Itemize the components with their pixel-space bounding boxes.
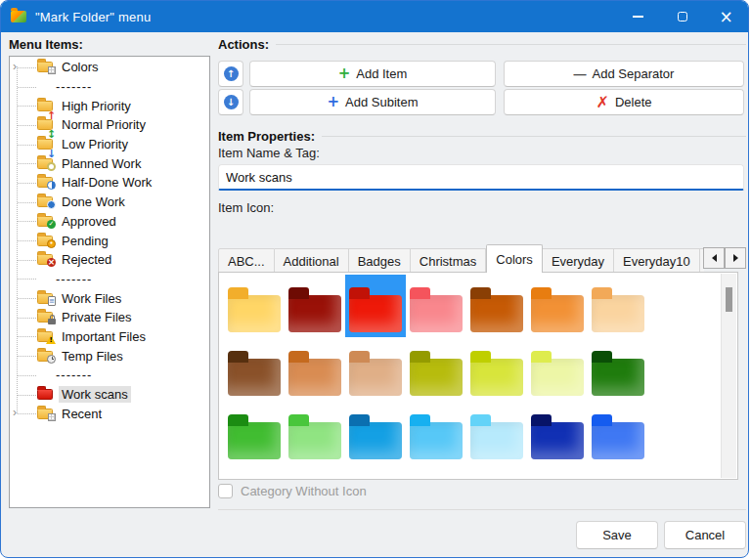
tree-item-normal-priority[interactable]: Normal Priority [10, 115, 209, 135]
tree-item-label: Low Priority [59, 136, 131, 152]
folder-swatch-cell-r2c5[interactable] [466, 338, 527, 401]
tree-item-label: Recent [59, 406, 105, 422]
tab-everyday[interactable]: Everyday [543, 248, 614, 273]
tree-item-half-done-work[interactable]: Half-Done Work [10, 173, 209, 193]
pending-amber-badge-icon [47, 239, 56, 248]
folder-swatch-cell-r1c3[interactable] [345, 275, 406, 337]
cancel-button[interactable]: Cancel [664, 521, 746, 549]
tree-item-colors[interactable]: ›Colors [10, 58, 209, 77]
tree-item-work-files[interactable]: Work Files [10, 288, 209, 308]
tab-colors[interactable]: Colors [486, 244, 543, 273]
tree-item-pending[interactable]: Pending [10, 231, 209, 250]
folder-swatch-cell-r1c6[interactable] [527, 275, 588, 337]
add-item-label: Add Item [356, 66, 407, 81]
folder-swatch-cell-r2c6[interactable] [527, 338, 588, 401]
add-item-button[interactable]: +Add Item [249, 61, 496, 87]
close-icon: × [719, 9, 732, 25]
tree-item-label: Temp Files [59, 348, 126, 365]
folder-icon [37, 62, 53, 72]
folder-swatch-icon [470, 295, 523, 332]
folder-swatch-cell-r3c6[interactable] [527, 402, 588, 464]
folder-swatch-icon [288, 422, 341, 459]
chevron-right-icon[interactable]: › [13, 61, 17, 72]
folder-swatch-cell-r1c2[interactable] [285, 275, 345, 337]
tree-item-private-files[interactable]: Private Files [10, 308, 209, 327]
x-red-icon: ✗ [596, 96, 609, 109]
folder-swatch-cell-r3c3[interactable] [345, 402, 406, 464]
tree-item-important-files[interactable]: Important Files [10, 327, 209, 347]
tab-everyday10[interactable]: Everyday10 [614, 248, 700, 273]
arrow-up-circle-icon [224, 66, 239, 81]
maximize-button[interactable] [660, 1, 704, 32]
folder-swatch-cell-r3c1[interactable] [224, 402, 285, 464]
move-down-button[interactable] [218, 89, 243, 115]
folder-swatch-icon [410, 422, 463, 459]
tree-item-separator[interactable]: ------- [10, 366, 209, 385]
minimize-button[interactable] [616, 1, 660, 32]
delete-button[interactable]: ✗Delete [504, 89, 744, 115]
folder-swatch-icon [531, 295, 584, 332]
tree-item-high-priority[interactable]: High Priority [10, 96, 209, 115]
tab-scroll-left-button[interactable] [703, 247, 725, 269]
save-button[interactable]: Save [576, 521, 658, 549]
tab-additional[interactable]: Additional [275, 248, 349, 273]
tree-item-low-priority[interactable]: Low Priority [10, 135, 209, 154]
menu-items-tree[interactable]: ›Colors-------High PriorityNormal Priori… [9, 56, 210, 508]
circle-half-badge-icon [47, 181, 56, 190]
tree-item-recent[interactable]: ›Recent [10, 404, 209, 423]
folder-swatch-icon [349, 359, 402, 396]
folder-icon [37, 196, 53, 207]
item-name-input[interactable] [218, 164, 744, 191]
folder-swatch-cell-r1c7[interactable] [588, 275, 648, 337]
tree-item-approved[interactable]: Approved [10, 212, 209, 232]
tree-item-planned-work[interactable]: Planned Work [10, 153, 209, 173]
tree-item-temp-files[interactable]: Temp Files [10, 346, 209, 366]
folder-swatch-cell-r1c5[interactable] [466, 275, 527, 337]
scrollbar-thumb[interactable] [726, 287, 732, 312]
folder-swatch-cell-r2c3[interactable] [345, 338, 406, 401]
tree-item-separator[interactable]: ------- [10, 270, 209, 289]
app-folder-icon [11, 11, 26, 22]
category-without-icon-checkbox[interactable] [218, 484, 233, 498]
close-button[interactable]: × [704, 1, 748, 32]
vertical-scrollbar[interactable] [721, 274, 736, 478]
tab-badges[interactable]: Badges [349, 248, 411, 273]
tab-christmas[interactable]: Christmas [411, 248, 487, 273]
save-label: Save [602, 528, 632, 542]
folder-swatch-cell-r3c5[interactable] [466, 402, 527, 464]
tree-item-label: Colors [59, 59, 102, 75]
tree-item-label: Work Files [59, 290, 124, 307]
chevron-right-icon[interactable]: › [13, 407, 17, 418]
folder-swatch-cell-r1c1[interactable] [224, 275, 285, 337]
separator-label: ------- [53, 271, 95, 287]
folder-swatch-icon [531, 359, 584, 396]
folder-swatch-cell-r1c4[interactable] [406, 275, 466, 337]
tree-item-done-work[interactable]: Done Work [10, 193, 209, 212]
circle-hollow-badge-icon [47, 162, 56, 171]
mark-folder-menu-window: "Mark Folder" menu × Menu Items: ›Colors… [0, 0, 749, 558]
folder-swatch-cell-r3c4[interactable] [406, 402, 466, 464]
cancel-label: Cancel [685, 528, 725, 542]
folder-swatch-cell-r2c2[interactable] [285, 338, 345, 401]
add-separator-button[interactable]: —Add Separator [504, 61, 744, 87]
folder-swatch-cell-r3c2[interactable] [285, 402, 345, 464]
tab-abc[interactable]: ABC... [218, 248, 275, 273]
tab-scroll-right-button[interactable] [725, 247, 746, 269]
folder-swatch-icon [228, 422, 281, 459]
tree-item-rejected[interactable]: Rejected [10, 250, 209, 270]
folder-swatch-cell-r2c7[interactable] [588, 338, 648, 401]
add-subitem-button[interactable]: +Add Subitem [249, 89, 496, 115]
item-properties-header: Item Properties: [218, 129, 746, 144]
plus-blue-icon: + [327, 95, 339, 109]
folder-swatch-cell-r2c4[interactable] [406, 338, 466, 401]
warning-badge-icon [46, 335, 56, 344]
folder-swatch-cell-r3c7[interactable] [588, 402, 648, 464]
move-up-button[interactable] [218, 61, 243, 87]
folder-swatch-cell-r2c1[interactable] [224, 338, 285, 401]
folder-icon [37, 409, 53, 419]
tree-item-work-scans[interactable]: Work scans [10, 385, 209, 405]
arrow-down-circle-icon [224, 95, 239, 109]
maximize-icon [678, 12, 687, 22]
folder-icon [37, 312, 53, 323]
tree-item-separator[interactable]: ------- [10, 77, 209, 97]
